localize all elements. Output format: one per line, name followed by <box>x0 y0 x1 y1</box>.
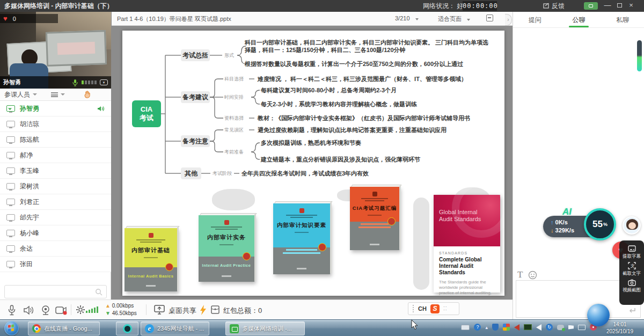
fit-page-select[interactable]: 适合页面 <box>438 15 470 23</box>
capture-text-button[interactable]: 文 截取文字 <box>623 262 641 277</box>
tray-sync-icon[interactable]: ↻ <box>546 324 553 331</box>
page-indicator[interactable]: 3/210 <box>395 15 419 21</box>
volume-slider-overlay[interactable] <box>637 40 642 71</box>
participant-row[interactable]: 李玉峰 <box>0 163 111 179</box>
ime-toolbar[interactable]: CH S ⁚⁚ <box>408 302 459 315</box>
svg-text:文: 文 <box>631 264 635 268</box>
maximize-button[interactable] <box>614 0 625 11</box>
participants-title: 参课人员 <box>4 90 30 99</box>
heart-icon[interactable]: ♥ <box>3 15 8 22</box>
tray-shield-icon[interactable] <box>492 324 499 331</box>
tray-windows-icon[interactable] <box>503 324 510 331</box>
monitor-icon <box>6 136 15 143</box>
participant-row[interactable]: 杨小峰 <box>0 225 111 241</box>
feedback-button[interactable]: 反馈 <box>543 2 565 11</box>
participant-name: 胡洁琼 <box>20 120 111 129</box>
participant-row[interactable]: 孙智勇 <box>0 101 111 116</box>
participant-row[interactable]: 余达 <box>0 241 111 257</box>
training-app-icon <box>230 324 239 333</box>
emoji-icon[interactable] <box>528 271 537 280</box>
send-enter-icon[interactable] <box>628 308 636 314</box>
assistant-avatar[interactable] <box>623 216 641 235</box>
microphone-button[interactable] <box>6 304 17 316</box>
tab-questions[interactable]: 提问 <box>513 12 557 27</box>
start-button[interactable] <box>4 321 19 335</box>
tray-network-icon[interactable] <box>578 325 586 330</box>
mic-icon[interactable] <box>72 79 78 86</box>
raise-hand-icon[interactable] <box>83 90 91 99</box>
taskbar-training-app-button[interactable]: 多媒体网络培训 -... <box>225 322 305 335</box>
list-menu-caret[interactable] <box>61 93 65 96</box>
settings-gear-icon[interactable] <box>75 304 86 315</box>
search-icon <box>95 288 103 296</box>
download-arrow-icon: ↓ <box>551 227 554 233</box>
mindmap-item: 科目一内部审计基础，科目二内部审计实务，科目三内部审计知识要素。 三门科目均为单… <box>245 39 493 54</box>
speaker-button[interactable] <box>23 304 34 316</box>
monitor-icon <box>6 230 15 236</box>
monitor-icon <box>6 245 15 252</box>
close-button[interactable]: × <box>626 0 636 11</box>
webcam-button[interactable] <box>40 304 52 316</box>
tray-flag-icon[interactable] <box>568 325 574 330</box>
taskbar-ie-button[interactable]: e 2345网址导航 - ... <box>141 322 209 335</box>
session-timer: 00:00:00 <box>463 1 497 11</box>
participant-search-input[interactable] <box>4 285 107 298</box>
video-screenshot-button[interactable]: 视频截图 <box>623 279 641 294</box>
camera-icon <box>628 279 636 286</box>
tray-speaker-icon[interactable] <box>536 324 541 331</box>
participant-row[interactable]: 梁树洪 <box>0 179 111 194</box>
tab-private-chat[interactable]: 私聊 <box>601 12 644 27</box>
mindmap-item: 多次模拟题训练，熟悉机考环境和节奏 <box>261 139 492 147</box>
ime-grip[interactable] <box>413 305 414 312</box>
minimize-button[interactable]: — <box>602 0 613 11</box>
text-capture-icon: 文 <box>628 262 636 269</box>
participant-row[interactable]: 胡洁琼 <box>0 116 111 132</box>
font-style-icon[interactable]: T <box>517 269 523 280</box>
tray-show-hidden-icon[interactable]: ▴ <box>485 325 488 330</box>
standards-image-title: Global Internal Audit Standards <box>439 209 482 223</box>
list-menu-icon[interactable] <box>51 92 58 97</box>
camera-dropdown-icon[interactable]: ▾ <box>100 79 108 85</box>
ime-tools-icon[interactable]: ⁚⁚ <box>443 306 448 311</box>
tray-cert-icon[interactable] <box>524 324 532 330</box>
participant-row[interactable]: 刘君正 <box>0 194 111 210</box>
redpacket-icon[interactable] <box>210 305 220 315</box>
camera-toggle-button[interactable] <box>584 2 598 10</box>
participants-dropdown-icon[interactable] <box>33 93 37 96</box>
fullscreen-icon[interactable] <box>486 14 493 21</box>
book-internal-audit-basics: 内部审计基础 Internal Audit Basics <box>125 228 177 291</box>
main-content: Part 1 4-6（10.19）带问卷星 双页试题.pptx 3/210 适合… <box>112 12 513 319</box>
upload-arrow-icon: ↑ <box>551 219 554 225</box>
ime-language[interactable]: CH <box>418 305 427 312</box>
extract-subtitles-button[interactable]: 提取字幕 <box>623 245 641 260</box>
participant-name: 杨小峰 <box>20 229 111 238</box>
participant-name: 余达 <box>20 244 111 253</box>
participant-row[interactable]: 邰先宇 <box>0 210 111 225</box>
record-button[interactable] <box>55 304 68 316</box>
mindmap-item: 教材：《国际内部审计专业实务框架》（红皮书）及国际内部审计师考试辅导用书 <box>258 114 496 122</box>
network-status: 网络状况： 好 <box>423 2 463 11</box>
taskbar-chrome-button[interactable]: 在线直播 - Goog... <box>28 322 100 335</box>
screen-share-icon[interactable] <box>153 304 165 315</box>
participant-row[interactable]: 陈远航 <box>0 132 111 148</box>
network-speed-widget[interactable]: AI ↑ 0K/s ↓ 329K/s 55% <box>543 208 613 242</box>
tray-update-icon[interactable] <box>557 325 564 330</box>
desktop-share-button[interactable]: 桌面共享 <box>169 306 196 316</box>
floating-browser-orb[interactable] <box>587 304 610 326</box>
volume-meter <box>82 81 97 84</box>
lightning-icon[interactable] <box>200 305 207 315</box>
mindmap-item: 难度情况 ， 科一＜科二＜科三，科三涉及范围最广（财务、IT、管理等多领域） <box>258 75 496 83</box>
participant-row[interactable]: 张田 <box>0 257 111 272</box>
mindmap-item: 每天2-3小时，系统学习教材内容并理解核心概念，做题训练 <box>261 100 492 108</box>
taskbar-app2-button[interactable] <box>116 322 138 335</box>
acceleration-percent[interactable]: 55% <box>584 208 616 240</box>
fit-dropdown-icon <box>467 19 470 21</box>
tray-help-icon[interactable]: ? <box>474 324 481 331</box>
participant-row[interactable]: 郝净 <box>0 148 111 163</box>
tab-public-chat[interactable]: 公聊 <box>557 12 601 27</box>
sogou-ime-icon[interactable]: S <box>430 304 440 313</box>
upload-arrow-icon: ▲ <box>105 303 111 309</box>
tray-muted-speaker-icon[interactable] <box>514 324 519 331</box>
mindmap-item: 全年共四次报名考试时间，考试成绩在3年内有效 <box>241 170 472 177</box>
tray-keyboard-icon[interactable] <box>461 325 470 330</box>
